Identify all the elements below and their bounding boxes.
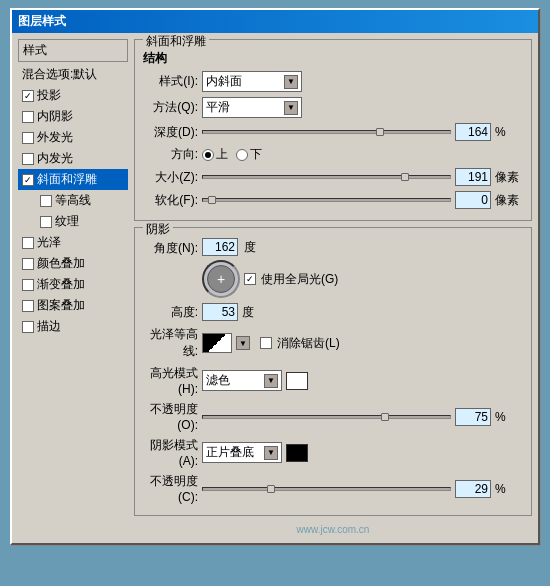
checkbox-inner-glow[interactable] (22, 153, 34, 165)
angle-dial[interactable]: + (202, 260, 240, 298)
sidebar-item-contour[interactable]: 等高线 (18, 190, 128, 211)
method-row: 方法(Q): 平滑 ▼ (143, 97, 523, 118)
checkbox-inner-shadow[interactable] (22, 111, 34, 123)
depth-slider[interactable] (202, 130, 451, 134)
checkbox-pattern-overlay[interactable] (22, 300, 34, 312)
sidebar-item-gradient-overlay[interactable]: 渐变叠加 (18, 274, 128, 295)
angle-input[interactable] (202, 238, 238, 256)
height-input[interactable] (202, 303, 238, 321)
soften-thumb[interactable] (208, 196, 216, 204)
shadow-mode-row: 阴影模式(A): 正片叠底 ▼ (143, 437, 523, 468)
highlight-opacity-input[interactable] (455, 408, 491, 426)
method-select[interactable]: 平滑 ▼ (202, 97, 302, 118)
size-row: 大小(Z): 像素 (143, 168, 523, 186)
soften-slider[interactable] (202, 198, 451, 202)
method-label: 方法(Q): (143, 99, 198, 116)
checkbox-drop-shadow[interactable] (22, 90, 34, 102)
highlight-mode-row: 高光模式(H): 滤色 ▼ (143, 365, 523, 396)
style-select-arrow: ▼ (284, 75, 298, 89)
shadow-opacity-row: 不透明度(C): % (143, 473, 523, 504)
dialog-title: 图层样式 (18, 13, 66, 30)
highlight-mode-select[interactable]: 滤色 ▼ (202, 370, 282, 391)
sidebar-item-drop-shadow[interactable]: 投影 (18, 85, 128, 106)
checkbox-bevel-emboss[interactable] (22, 174, 34, 186)
angle-inner: + (207, 265, 235, 293)
shadow-opacity-label: 不透明度(C): (143, 473, 198, 504)
layer-style-dialog: 图层样式 样式 混合选项:默认 投影 内阴影 外发光 内发光 (10, 8, 540, 545)
sidebar-item-stroke[interactable]: 描边 (18, 316, 128, 337)
shadow-section: 阴影 角度(N): 度 + (134, 227, 532, 516)
global-light-row: 使用全局光(G) (244, 271, 338, 288)
depth-label: 深度(D): (143, 124, 198, 141)
soften-input[interactable] (455, 191, 491, 209)
depth-input[interactable] (455, 123, 491, 141)
height-unit: 度 (242, 304, 270, 321)
shadow-opacity-slider[interactable] (202, 487, 451, 491)
highlight-mode-arrow: ▼ (264, 374, 278, 388)
direction-row: 方向: 上 下 (143, 146, 523, 163)
checkbox-contour[interactable] (40, 195, 52, 207)
shadow-opacity-input[interactable] (455, 480, 491, 498)
radio-up-circle[interactable] (202, 149, 214, 161)
bevel-section-title: 斜面和浮雕 (143, 33, 209, 50)
highlight-opacity-unit: % (495, 410, 523, 424)
sidebar-item-satin[interactable]: 光泽 (18, 232, 128, 253)
style-select[interactable]: 内斜面 ▼ (202, 71, 302, 92)
sidebar-default-blend[interactable]: 混合选项:默认 (18, 64, 128, 85)
radio-down-circle[interactable] (236, 149, 248, 161)
gloss-contour-label: 光泽等高线: (143, 326, 198, 360)
angle-unit: 度 (244, 239, 272, 256)
radio-up[interactable]: 上 (202, 146, 228, 163)
checkbox-texture[interactable] (40, 216, 52, 228)
checkbox-stroke[interactable] (22, 321, 34, 333)
sidebar-item-color-overlay[interactable]: 颜色叠加 (18, 253, 128, 274)
radio-down[interactable]: 下 (236, 146, 262, 163)
depth-row: 深度(D): % (143, 123, 523, 141)
gloss-contour-preview[interactable] (202, 333, 232, 353)
shadow-color-swatch[interactable] (286, 444, 308, 462)
title-bar: 图层样式 (12, 10, 538, 33)
checkbox-gradient-overlay[interactable] (22, 279, 34, 291)
direction-radio-group: 上 下 (202, 146, 262, 163)
size-label: 大小(Z): (143, 169, 198, 186)
anti-alias-row: 消除锯齿(L) (260, 335, 340, 352)
global-light-checkbox[interactable] (244, 273, 256, 285)
sidebar-item-bevel-emboss[interactable]: 斜面和浮雕 (18, 169, 128, 190)
style-label: 样式(I): (143, 73, 198, 90)
sidebar-item-pattern-overlay[interactable]: 图案叠加 (18, 295, 128, 316)
shadow-mode-arrow: ▼ (264, 446, 278, 460)
depth-thumb[interactable] (376, 128, 384, 136)
soften-unit: 像素 (495, 192, 523, 209)
height-label: 高度: (143, 304, 198, 321)
depth-unit: % (495, 125, 523, 139)
highlight-color-swatch[interactable] (286, 372, 308, 390)
sidebar-item-inner-glow[interactable]: 内发光 (18, 148, 128, 169)
structure-label: 结构 (143, 50, 523, 67)
shadow-mode-label: 阴影模式(A): (143, 437, 198, 468)
method-select-arrow: ▼ (284, 101, 298, 115)
sidebar-item-texture[interactable]: 纹理 (18, 211, 128, 232)
right-panel: 斜面和浮雕 结构 样式(I): 内斜面 ▼ 方法(Q): (134, 39, 532, 537)
size-slider[interactable] (202, 175, 451, 179)
shadow-opacity-thumb[interactable] (267, 485, 275, 493)
anti-alias-checkbox[interactable] (260, 337, 272, 349)
shadow-opacity-unit: % (495, 482, 523, 496)
checkbox-satin[interactable] (22, 237, 34, 249)
sidebar-item-inner-shadow[interactable]: 内阴影 (18, 106, 128, 127)
highlight-opacity-thumb[interactable] (381, 413, 389, 421)
shadow-mode-select[interactable]: 正片叠底 ▼ (202, 442, 282, 463)
size-unit: 像素 (495, 169, 523, 186)
size-thumb[interactable] (401, 173, 409, 181)
highlight-opacity-slider[interactable] (202, 415, 451, 419)
highlight-opacity-row: 不透明度(O): % (143, 401, 523, 432)
highlight-opacity-label: 不透明度(O): (143, 401, 198, 432)
direction-label: 方向: (143, 146, 198, 163)
sidebar-item-outer-glow[interactable]: 外发光 (18, 127, 128, 148)
size-input[interactable] (455, 168, 491, 186)
gloss-contour-arrow[interactable]: ▼ (236, 336, 250, 350)
shadow-section-title: 阴影 (143, 221, 173, 238)
style-title: 样式 (18, 39, 128, 62)
checkbox-outer-glow[interactable] (22, 132, 34, 144)
checkbox-color-overlay[interactable] (22, 258, 34, 270)
height-row: 高度: 度 (143, 303, 523, 321)
